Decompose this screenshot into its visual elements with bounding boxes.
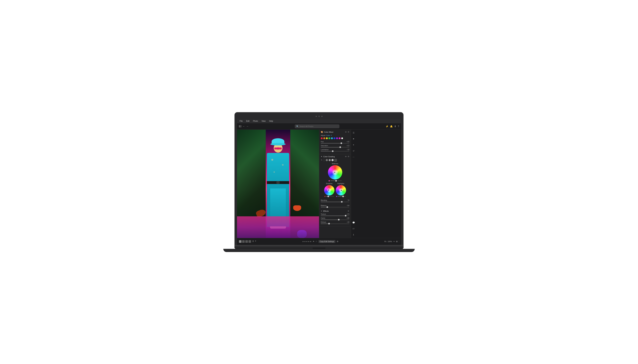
balance-fill	[321, 207, 327, 208]
luminance-track[interactable]	[321, 151, 349, 152]
luminance-thumb[interactable]	[332, 150, 333, 152]
color-dot-green[interactable]	[328, 137, 330, 139]
color-dot-blue[interactable]	[333, 137, 335, 139]
adjust-dropdown-icon[interactable]: ▼	[331, 134, 332, 136]
saturation-slider-row: Saturation +13	[321, 145, 349, 148]
far-right-history-icon[interactable]: ↺	[352, 149, 355, 153]
far-right-organize-icon[interactable]: ☰	[352, 131, 355, 135]
color-dot-white[interactable]	[341, 137, 343, 139]
star-4[interactable]: ★	[308, 240, 310, 242]
flag-icon[interactable]: ⚑	[313, 240, 314, 242]
view-grid-large-icon[interactable]	[239, 240, 242, 243]
saturation-thumb[interactable]	[339, 146, 341, 148]
star-5[interactable]: ★	[310, 240, 312, 242]
color-dot-red[interactable]	[321, 137, 323, 139]
color-mode-tab-global[interactable]	[334, 159, 337, 162]
blending-track[interactable]	[321, 202, 349, 202]
sort-dropdown-icon[interactable]: ▼	[255, 240, 256, 243]
midtones-slider-thumb[interactable]	[335, 180, 337, 182]
highlights-color-indicator	[336, 196, 346, 197]
copy-edit-settings-button[interactable]: Copy Edit Settings	[319, 240, 336, 243]
highlights-wheel-dot[interactable]	[341, 190, 342, 191]
midtones-color-indicators	[329, 180, 342, 182]
zoom-dropdown-icon[interactable]: ▼	[393, 241, 395, 242]
hue-thumb[interactable]	[341, 142, 342, 144]
highlights-wheel-container	[336, 185, 346, 196]
far-right-adjust-icon[interactable]: ≡	[352, 137, 355, 141]
far-right-more-icon[interactable]: ⋯	[352, 155, 355, 159]
view-grid-medium-icon[interactable]	[242, 240, 245, 243]
color-grading-eye-icon[interactable]: 👁	[345, 156, 347, 158]
color-mixer-eye-icon[interactable]: 👁	[345, 131, 347, 133]
menu-edit[interactable]: Edit	[246, 120, 250, 122]
blending-thumb[interactable]	[341, 201, 343, 203]
share-icon[interactable]: ⬆	[394, 125, 396, 128]
midtones-wheel-dot[interactable]	[334, 172, 335, 173]
midtones-slider-track[interactable]	[330, 180, 342, 181]
far-right-star-icon[interactable]: ✦	[352, 143, 355, 147]
shadows-slider-thumb[interactable]	[327, 196, 329, 197]
dehaze-thumb[interactable]	[328, 223, 330, 224]
star-2[interactable]: ★	[304, 240, 306, 242]
color-dot-magenta[interactable]	[339, 137, 341, 139]
fit-label[interactable]: Fit	[384, 240, 386, 242]
midtones-wheel[interactable]	[328, 165, 342, 180]
color-mixer-settings-icon[interactable]: ⚙	[348, 131, 349, 133]
menu-file[interactable]: File	[239, 120, 243, 122]
effects-eye-icon[interactable]: 👁	[348, 210, 349, 212]
filter-icon[interactable]: ⚡	[386, 125, 388, 128]
color-mode-tab-midtones[interactable]	[329, 159, 331, 161]
texture-track[interactable]	[321, 216, 349, 216]
grid-view-toggle-icon[interactable]: ⊞	[396, 240, 398, 242]
sidebar-toggle-icon[interactable]	[239, 125, 242, 128]
shadows-wheel[interactable]	[324, 185, 334, 196]
adjust-value[interactable]: Color	[326, 134, 330, 136]
saturation-track[interactable]	[321, 147, 349, 148]
highlights-wheel[interactable]	[336, 185, 346, 196]
color-grading-more-icon[interactable]: ⚙	[348, 156, 349, 158]
dehaze-track[interactable]	[321, 224, 349, 224]
balance-thumb[interactable]	[326, 206, 328, 208]
search-input[interactable]	[300, 125, 338, 127]
help-icon[interactable]: ?	[398, 125, 399, 128]
search-bar[interactable]: 🔍	[295, 124, 339, 128]
star-3[interactable]: ★	[306, 240, 308, 242]
nav-forward-icon[interactable]: →	[246, 125, 249, 128]
highlights-slider-track[interactable]	[337, 196, 346, 196]
view-grid-small-icon[interactable]	[245, 240, 248, 243]
menu-view[interactable]: View	[261, 120, 266, 122]
color-grading-title-group: ✦ Color Grading	[321, 156, 335, 158]
hue-track[interactable]	[321, 143, 349, 144]
zoom-label[interactable]: 100%	[388, 240, 392, 242]
color-mode-tab-highlights[interactable]	[331, 159, 334, 161]
clarity-thumb[interactable]	[338, 219, 340, 220]
color-dot-yellow[interactable]	[326, 137, 328, 139]
highlights-section: Highlights	[336, 183, 346, 197]
balance-track[interactable]	[321, 207, 349, 208]
color-dot-orange[interactable]	[323, 137, 325, 139]
color-dot-aqua[interactable]	[331, 137, 333, 139]
color-grading-all-icon[interactable]: ✦	[321, 159, 322, 162]
color-mode-tab-all[interactable]	[323, 159, 325, 161]
star-1[interactable]: ★	[302, 240, 304, 242]
sort-icon[interactable]: ☰	[252, 240, 254, 243]
shadows-wheel-dot[interactable]	[328, 190, 329, 191]
blending-label-row: Blending 74	[321, 200, 349, 201]
color-dot-purple[interactable]	[336, 137, 338, 139]
far-right-messages-icon[interactable]: 💬	[352, 221, 355, 224]
color-mode-tab-shadows[interactable]	[326, 159, 328, 161]
view-single-icon[interactable]	[249, 240, 251, 243]
clarity-track[interactable]	[321, 220, 349, 220]
notification-icon[interactable]: 🔔	[390, 125, 393, 128]
menu-help[interactable]: Help	[268, 120, 274, 122]
menu-photo[interactable]: Photo	[252, 120, 259, 122]
nav-back-icon[interactable]: ←	[243, 125, 245, 128]
effects-collapse-icon[interactable]: ▼	[321, 210, 322, 212]
texture-thumb[interactable]	[345, 215, 346, 216]
highlights-slider-thumb[interactable]	[342, 196, 344, 197]
shadows-slider-track[interactable]	[326, 196, 334, 196]
far-right-tag-icon[interactable]: 🏷	[352, 227, 355, 231]
flag-x-icon[interactable]: ⚐	[316, 240, 317, 242]
gear-icon[interactable]: ⚙	[337, 240, 338, 242]
far-right-info-icon[interactable]: ℹ	[352, 233, 355, 237]
